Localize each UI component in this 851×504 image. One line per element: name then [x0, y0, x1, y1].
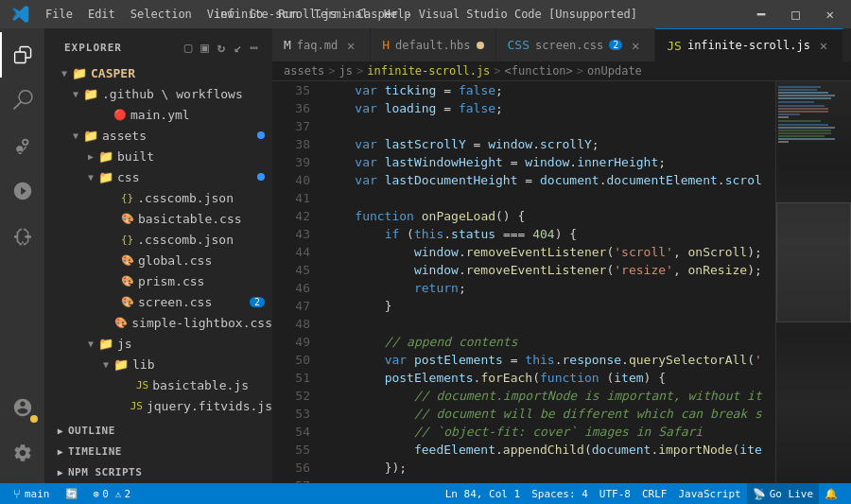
status-notifications[interactable]: 🔔 [819, 483, 843, 504]
status-bar: ⑂ main 🔄 ⊗ 0 ⚠ 2 Ln 84, Col 1 Spaces: 4 … [0, 483, 851, 504]
csscomb1-icon: {} [121, 192, 133, 204]
code-line-38: var lastScrollY = window.scrollY; [325, 135, 775, 153]
line-37: 37 [272, 117, 310, 135]
minimize-button[interactable]: ━ [750, 5, 773, 24]
status-live-server[interactable]: 📡 Go Live [747, 483, 819, 504]
tree-screen-css[interactable]: 🎨 screen.css 2 [45, 291, 272, 312]
activity-account[interactable] [0, 385, 45, 430]
outline-label: OUTLINE [68, 425, 115, 437]
tree-css[interactable]: ▼ 📁 css [45, 166, 272, 187]
line-38: 38 [272, 135, 310, 153]
sidebar-tree: ▼ 📁 CASPER ▼ 📁 .github \ workflows 🔴 mai… [45, 62, 272, 483]
activity-extensions[interactable] [0, 214, 45, 259]
minimap[interactable] [775, 81, 851, 483]
breadcrumb-assets[interactable]: assets [284, 64, 324, 78]
section-npm[interactable]: ▶ NPM SCRIPTS [45, 461, 272, 482]
assets-label: assets [102, 129, 147, 143]
status-encoding[interactable]: UTF-8 [594, 483, 636, 504]
line-51: 51 [272, 369, 310, 387]
github-label: .github \ workflows [102, 87, 243, 101]
tab-default[interactable]: H default.hbs [371, 28, 495, 61]
tab-infinite-close[interactable]: ✕ [816, 38, 831, 53]
maximize-button[interactable]: □ [784, 5, 807, 24]
warning-icon: ⚠ [115, 488, 122, 500]
more-options-icon[interactable]: ⋯ [249, 38, 261, 57]
assets-icon: 📁 [83, 129, 98, 143]
tab-screen-close[interactable]: ✕ [628, 38, 643, 53]
tree-prism-css[interactable]: 🎨 prism.css [45, 270, 272, 291]
line-55: 55 [272, 441, 310, 459]
refresh-icon[interactable]: ↻ [216, 38, 228, 57]
menu-file[interactable]: File [40, 6, 78, 23]
breadcrumb-js[interactable]: js [339, 64, 353, 78]
activity-bottom [0, 385, 45, 483]
root-label: CASPER [91, 66, 135, 80]
line-50: 50 [272, 351, 310, 369]
tree-js[interactable]: ▼ 📁 js [45, 333, 272, 354]
tab-bar: M faq.md ✕ H default.hbs CSS screen.css … [272, 28, 851, 61]
breadcrumb-onupdate[interactable]: onUpdate [587, 64, 642, 78]
status-spaces[interactable]: Spaces: 4 [526, 483, 594, 504]
screen-css-icon: 🎨 [121, 296, 134, 308]
activity-git[interactable] [0, 123, 45, 168]
tree-simple-lightbox[interactable]: 🎨 simple-lightbox.css [45, 312, 272, 333]
line-43: 43 [272, 225, 310, 243]
code-line-46: return; [325, 279, 775, 297]
css-arrow: ▼ [83, 172, 98, 182]
status-line-ending[interactable]: CRLF [636, 483, 673, 504]
assets-badge [257, 131, 265, 139]
status-errors[interactable]: ⊗ 0 ⚠ 2 [88, 483, 137, 504]
tree-global-css[interactable]: 🎨 global.css [45, 250, 272, 270]
tab-infinite[interactable]: JS infinite-scroll.js ✕ [655, 28, 843, 61]
tree-jquery-fitvids[interactable]: JS jquery.fitvids.js [45, 395, 272, 416]
line-44: 44 [272, 243, 310, 261]
tree-built[interactable]: ▶ 📁 built [45, 146, 272, 166]
status-position[interactable]: Ln 84, Col 1 [440, 483, 526, 504]
menu-edit[interactable]: Edit [82, 6, 121, 23]
tree-basictable-js[interactable]: JS basictable.js [45, 374, 272, 395]
new-file-icon[interactable]: ▢ [182, 38, 195, 57]
tree-assets[interactable]: ▼ 📁 assets [45, 125, 272, 146]
tab-faq[interactable]: M faq.md ✕ [272, 28, 371, 61]
language-label: JavaScript [678, 488, 740, 500]
activity-explorer[interactable] [0, 32, 45, 78]
menu-selection[interactable]: Selection [125, 6, 198, 23]
section-timeline[interactable]: ▶ TIMELINE [45, 441, 272, 461]
csscomb2-label: .csscomb.json [137, 233, 234, 247]
line-ending-label: CRLF [642, 488, 668, 500]
activity-run[interactable] [0, 168, 45, 214]
timeline-arrow: ▶ [53, 446, 68, 457]
status-branch[interactable]: ⑂ main [8, 483, 56, 504]
minimap-viewport[interactable] [776, 202, 851, 323]
css-label: css [117, 170, 139, 184]
breadcrumb-sep1: > [328, 64, 335, 78]
collapse-icon[interactable]: ↙ [232, 38, 244, 57]
root-icon: 📁 [72, 66, 87, 80]
status-language[interactable]: JavaScript [672, 483, 746, 504]
tree-csscomb1[interactable]: {} .csscomb.json [45, 187, 272, 208]
activity-search[interactable] [0, 78, 45, 123]
tree-main-yml[interactable]: 🔴 main.yml [45, 104, 272, 125]
css-icon: 📁 [98, 170, 113, 184]
live-server-label: Go Live [770, 488, 813, 500]
tree-github[interactable]: ▼ 📁 .github \ workflows [45, 83, 272, 104]
line-numbers: 35 36 37 38 39 40 41 42 43 44 45 46 47 4… [272, 81, 318, 483]
activity-settings[interactable] [0, 430, 45, 476]
tab-faq-close[interactable]: ✕ [343, 38, 358, 53]
close-button[interactable]: ✕ [819, 5, 842, 24]
breadcrumb-function[interactable]: <function> [505, 64, 573, 78]
breadcrumb-sep2: > [356, 64, 363, 78]
section-outline[interactable]: ▶ OUTLINE [45, 420, 272, 441]
simple-lightbox-label: simple-lightbox.css [131, 316, 272, 330]
tree-root[interactable]: ▼ 📁 CASPER [45, 62, 272, 83]
line-47: 47 [272, 297, 310, 315]
code-area[interactable]: var ticking = false; var loading = false… [318, 81, 775, 483]
status-sync[interactable]: 🔄 [60, 483, 84, 504]
breadcrumb-file[interactable]: infinite-scroll.js [367, 64, 490, 78]
tree-csscomb2[interactable]: {} .csscomb.json [45, 229, 272, 250]
new-folder-icon[interactable]: ▣ [199, 38, 211, 57]
tab-screen[interactable]: CSS screen.css 2 ✕ [496, 28, 656, 61]
tree-basictable-css[interactable]: 🎨 basictable.css [45, 208, 272, 229]
tree-lib[interactable]: ▼ 📁 lib [45, 354, 272, 374]
code-line-39: var lastWindowHeight = window.innerHeigh… [325, 153, 775, 171]
